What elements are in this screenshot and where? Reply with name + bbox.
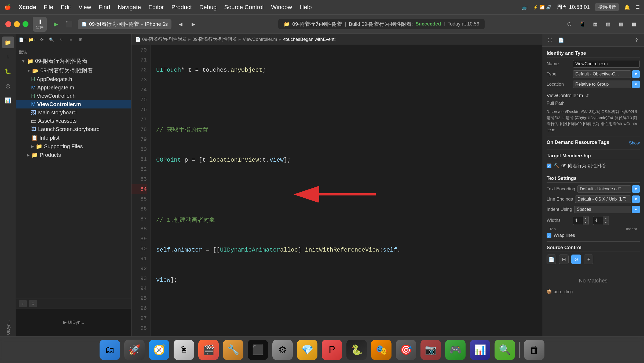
dock-item4[interactable]: 📊 [470, 340, 490, 360]
indent-select[interactable]: Spaces [574, 206, 631, 213]
dock-item3[interactable]: 🎮 [445, 340, 466, 360]
dock-pycharm[interactable]: 🐍 [346, 340, 367, 360]
products-group[interactable]: ▶ 📁 Products [16, 151, 131, 159]
filter-icon[interactable]: ⟳ [38, 36, 46, 43]
minimize-button[interactable] [14, 21, 20, 27]
dock-vlc[interactable]: 🎭 [371, 340, 391, 360]
name-input[interactable] [573, 60, 640, 68]
appdelegate-h[interactable]: H AppDelegate.h [16, 75, 131, 84]
editor-menu[interactable]: Editor [148, 4, 164, 11]
view-menu[interactable]: View [78, 4, 91, 11]
code-editor[interactable]: 70 71 72 73 74 75 76 77 78 79 80 81 82 8… [131, 45, 542, 336]
dock-pp[interactable]: P [322, 340, 342, 360]
scheme-selector[interactable]: 📄 09-附着行为-刚性附着 ▸ iPhone 6s [78, 19, 171, 29]
location-select[interactable]: Relative to Group [573, 81, 631, 88]
find-menu[interactable]: Find [99, 4, 110, 11]
more-icon[interactable]: ⊞ [77, 36, 84, 43]
layout-icon2[interactable]: ▧ [603, 19, 613, 29]
dock-launchpad[interactable]: 🚀 [124, 340, 145, 360]
apple-menu[interactable]: 🍎 [4, 4, 11, 10]
dock-item1[interactable]: 🎯 [396, 340, 416, 360]
main-group[interactable]: ▼ 📂 09-附着行为-刚性附着 [16, 66, 131, 75]
dock-item5[interactable]: 🔍 [495, 340, 515, 360]
git-icon[interactable]: ⑂ [57, 36, 65, 43]
indent-up-btn[interactable]: ▲ [603, 216, 609, 220]
dock-safari[interactable]: 🧭 [149, 340, 169, 360]
type-select[interactable]: Default - Objective-C... [573, 70, 631, 78]
location-select-arrow[interactable]: ▼ [632, 81, 640, 88]
dock-mouse[interactable]: 🖱 [174, 340, 194, 360]
dock-sketch[interactable]: 💎 [297, 340, 317, 360]
reports-icon[interactable]: 📊 [2, 95, 14, 106]
edit-menu[interactable]: Edit [61, 4, 71, 11]
launchscreen-storyboard[interactable]: 🖼 LaunchScreen.storyboard [16, 125, 131, 133]
layout-icon4[interactable]: ▩ [629, 19, 639, 29]
search-pinyin[interactable]: 搜狗拼音 [595, 3, 619, 11]
debug-btn2[interactable]: ⊙ [29, 300, 37, 307]
forward-button[interactable]: ▶ [189, 19, 198, 29]
source-control-menu[interactable]: Source Control [224, 4, 264, 11]
target-checkbox[interactable]: ✓ [547, 164, 551, 168]
sort-icon[interactable]: ≡ [67, 36, 75, 43]
type-select-arrow[interactable]: ▼ [632, 70, 640, 78]
viewcontroller-h[interactable]: H ViewController.h [16, 92, 131, 100]
add-group-icon[interactable]: 📁+ [28, 36, 36, 43]
dock-item2[interactable]: 📷 [420, 340, 441, 360]
info-plist[interactable]: 📋 Info.plist [16, 133, 131, 142]
dock-video[interactable]: 🎬 [198, 340, 219, 360]
product-menu[interactable]: Product [171, 4, 192, 11]
uidyn-section[interactable]: UIDyn... [2, 322, 14, 333]
wrap-checkbox[interactable]: ✓ [547, 233, 551, 238]
assets-xcassets[interactable]: 🗃 Assets.xcassets [16, 117, 131, 125]
tab-up-btn[interactable]: ▲ [583, 216, 588, 220]
help-menu[interactable]: Help [300, 4, 312, 11]
back-button[interactable]: ◀ [176, 19, 185, 29]
indent-width-input[interactable] [593, 217, 603, 224]
appdelegate-m[interactable]: M AppDelegate.m [16, 84, 131, 92]
layout-icon1[interactable]: ▦ [590, 19, 600, 29]
debug-icon[interactable]: 🐛 [2, 66, 14, 77]
sc-btn2[interactable]: ⊟ [559, 255, 569, 264]
encoding-arrow[interactable]: ▼ [632, 185, 640, 193]
help-icon[interactable]: ? [632, 36, 641, 45]
layout-icon3[interactable]: ▨ [616, 19, 626, 29]
dock-instruments[interactable]: 🔧 [223, 340, 243, 360]
refresh-icon[interactable]: ↺ [585, 93, 589, 98]
encoding-select[interactable]: Default - Unicode (UT... [577, 185, 631, 193]
breadcrumb-file[interactable]: ViewController.m [243, 37, 277, 42]
indent-down-btn[interactable]: ▼ [603, 220, 609, 225]
maximize-button[interactable] [23, 21, 28, 27]
file-menu[interactable]: File [44, 4, 53, 11]
source-control-icon[interactable]: ⑂ [2, 51, 14, 63]
dock-trash[interactable]: 🗑 [524, 340, 544, 360]
tab-stepper[interactable]: ▲ ▼ [573, 216, 589, 225]
xcode-menu[interactable]: Xcode [19, 4, 36, 11]
indent-stepper[interactable]: ▲ ▼ [593, 216, 609, 225]
file-navigator-icon[interactable]: 📁 [2, 37, 14, 48]
navigate-menu[interactable]: Navigate [118, 4, 141, 11]
pause-button[interactable]: ⏸ 暂停 [33, 17, 47, 32]
dock-prefs[interactable]: ⚙ [272, 340, 293, 360]
breadcrumb-folder[interactable]: 09-附着行为-刚性附着 [192, 36, 237, 42]
notification-icon[interactable]: 🔔 [624, 4, 630, 10]
sc-btn4[interactable]: ⊞ [584, 255, 593, 264]
run-button[interactable]: ▶ [51, 19, 61, 29]
supporting-files[interactable]: ▶ 📁 Supporting Files [16, 142, 131, 151]
search-file-icon[interactable]: 🔍 [48, 36, 55, 43]
breadcrumb-project[interactable]: 09-附着行为-刚性附着 [142, 36, 187, 42]
debug-menu[interactable]: Debug [199, 4, 217, 11]
main-storyboard[interactable]: 🖼 Main.storyboard [16, 108, 131, 117]
file-inspector-icon[interactable]: 📄 [557, 36, 565, 45]
breakpoints-icon[interactable]: ⬡ [565, 19, 574, 29]
od-show-link[interactable]: Show [629, 141, 640, 146]
tab-width-input[interactable] [573, 217, 583, 224]
tab-down-btn[interactable]: ▼ [583, 220, 588, 225]
viewcontroller-m[interactable]: M ViewController.m [16, 100, 131, 108]
dock-terminal[interactable]: ⬛ [248, 340, 268, 360]
debug-btn1[interactable]: + [19, 300, 27, 307]
list-icon[interactable]: ☰ [635, 4, 640, 10]
breakpoints-icon[interactable]: ◎ [2, 80, 14, 92]
sc-btn3[interactable]: ⊙ [571, 255, 581, 264]
sc-btn1[interactable]: 📄 [547, 255, 556, 264]
endings-select[interactable]: Default - OS X / Unix (LF) [575, 195, 631, 203]
